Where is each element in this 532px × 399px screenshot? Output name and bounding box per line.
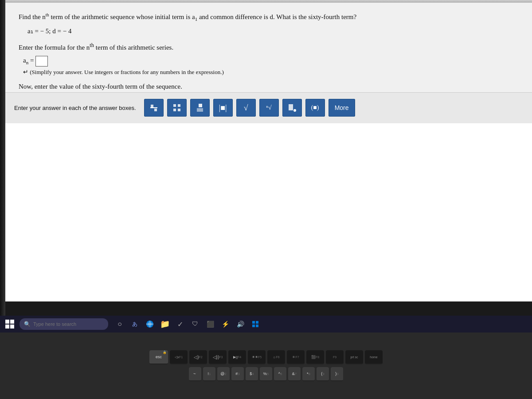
screen-wrapper: Find the nth term of the arithmetic sequ… [5, 0, 532, 301]
question-text-main: term of the arithmetic sequence whose in… [51, 13, 356, 20]
taskbar-icon-input[interactable]: あ [129, 318, 141, 330]
svg-rect-5 [173, 109, 176, 111]
math-btn-abs[interactable]: |■| [213, 99, 233, 117]
key-6[interactable]: ^ 6 [274, 367, 286, 381]
simplify-note-1: ↵ (Simplify your answer. Use integers or… [23, 68, 519, 76]
taskbar-icon-speaker[interactable]: 🔊 [234, 318, 246, 330]
key-tilde[interactable]: ~ ` [189, 367, 201, 381]
math-btn-sqrt[interactable]: √ [236, 99, 256, 117]
taskbar-icon-box[interactable]: ⬛ [204, 318, 216, 330]
math-btn-parens[interactable]: (■) [305, 99, 325, 117]
key-f1[interactable]: ◁x F1 [170, 350, 188, 364]
key-f9[interactable]: F9 [326, 350, 344, 364]
key-5[interactable]: % 5 [260, 367, 272, 381]
nth-superscript: th [46, 12, 49, 17]
math-btn-matrix[interactable] [167, 99, 187, 117]
cursor-arrow-1: ↵ [23, 68, 28, 76]
more-button[interactable]: More [329, 99, 355, 117]
svg-rect-2 [154, 109, 157, 111]
taskbar-icon-folder[interactable]: 📁 [159, 318, 171, 330]
toolbar-label: Enter your answer in each of the answer … [14, 105, 136, 111]
taskbar-icon-1[interactable]: ○ [113, 318, 126, 330]
question-line1: Find the nth term of the arithmetic sequ… [19, 12, 519, 23]
taskbar-icon-browser[interactable] [144, 318, 156, 330]
nth-sup2: th [90, 42, 94, 48]
key-8[interactable]: * 8 [302, 367, 315, 381]
sub-question-1: Enter the formula for the nth term of th… [19, 42, 519, 51]
key-f7[interactable]: ✳ F7 [287, 350, 305, 364]
svg-rect-9 [289, 104, 293, 110]
search-input[interactable] [33, 321, 100, 327]
main-content: Find the nth term of the arithmetic sequ… [5, 3, 532, 123]
formula-line: an = [23, 56, 519, 66]
svg-rect-8 [197, 108, 203, 112]
search-icon: 🔍 [24, 321, 31, 328]
svg-rect-3 [173, 104, 176, 107]
windows-icon [5, 320, 14, 329]
svg-rect-16 [256, 325, 258, 327]
keyboard-fn-row: esc 🔒 ◁x F1 ◁) F2 ◁)) F3 ▶|| F4 ☀☀ F5 ☼ … [149, 350, 383, 364]
svg-rect-4 [178, 104, 180, 107]
math-btn-superscript[interactable] [190, 99, 210, 117]
sub-question-2: Now, enter the value of the sixty-fourth… [19, 83, 519, 90]
key-prtsc[interactable]: prt sc [345, 350, 363, 364]
taskbar-icon-usb[interactable]: ⚡ [219, 318, 231, 330]
key-f6[interactable]: ☼ F6 [267, 350, 285, 364]
an-answer-box[interactable] [35, 56, 48, 66]
taskbar-icon-shield[interactable]: 🛡 [189, 318, 201, 330]
key-3[interactable]: # 3 [231, 367, 244, 381]
key-f4[interactable]: ▶|| F4 [228, 350, 246, 364]
key-f3[interactable]: ◁)) F3 [209, 350, 227, 364]
key-9[interactable]: ( 9 [317, 367, 329, 381]
key-home[interactable]: home [365, 350, 383, 364]
svg-rect-13 [252, 321, 255, 324]
an-label: an = [23, 57, 34, 65]
start-button[interactable] [4, 318, 16, 330]
svg-point-10 [293, 109, 296, 112]
key-7[interactable]: & 7 [288, 367, 301, 381]
key-0[interactable]: ) 0 [331, 367, 343, 381]
key-f8[interactable]: ⬛ F8 [306, 350, 324, 364]
keyboard: esc 🔒 ◁x F1 ◁) F2 ◁)) F3 ▶|| F4 ☀☀ F5 ☼ … [0, 332, 532, 399]
key-4[interactable]: $ 4 [246, 367, 258, 381]
given-values: a₁ = − 5; d = − 4 [27, 27, 519, 35]
svg-rect-14 [256, 321, 258, 324]
taskbar-icon-grid[interactable] [249, 318, 262, 330]
keyboard-number-row: ~ ` ! 1 @ 2 # 3 $ 4 % 5 ^ 6 & 7 [189, 367, 343, 381]
taskbar-icons: ○ あ 📁 ✓ 🛡 ⬛ ⚡ 🔊 [113, 318, 262, 330]
svg-rect-15 [252, 325, 255, 327]
math-btn-nth-root[interactable]: ⁿ√ [259, 99, 279, 117]
taskbar-search[interactable]: 🔍 [20, 318, 108, 330]
math-btn-fraction[interactable] [144, 99, 164, 117]
taskbar: 🔍 ○ あ 📁 ✓ 🛡 ⬛ ⚡ 🔊 [0, 316, 532, 332]
svg-rect-7 [199, 104, 202, 107]
math-toolbar: Enter your answer in each of the answer … [5, 92, 532, 123]
key-f2[interactable]: ◁) F2 [189, 350, 207, 364]
key-f5[interactable]: ☀☀ F5 [248, 350, 266, 364]
key-esc[interactable]: esc 🔒 [149, 350, 168, 364]
taskbar-icon-check[interactable]: ✓ [174, 318, 186, 330]
svg-rect-0 [151, 105, 153, 107]
given-text: a₁ = − 5; d = − 4 [27, 27, 71, 35]
svg-rect-6 [178, 109, 180, 111]
key-2[interactable]: @ 2 [217, 367, 230, 381]
key-1[interactable]: ! 1 [203, 367, 215, 381]
math-btn-decimal[interactable] [282, 99, 302, 117]
